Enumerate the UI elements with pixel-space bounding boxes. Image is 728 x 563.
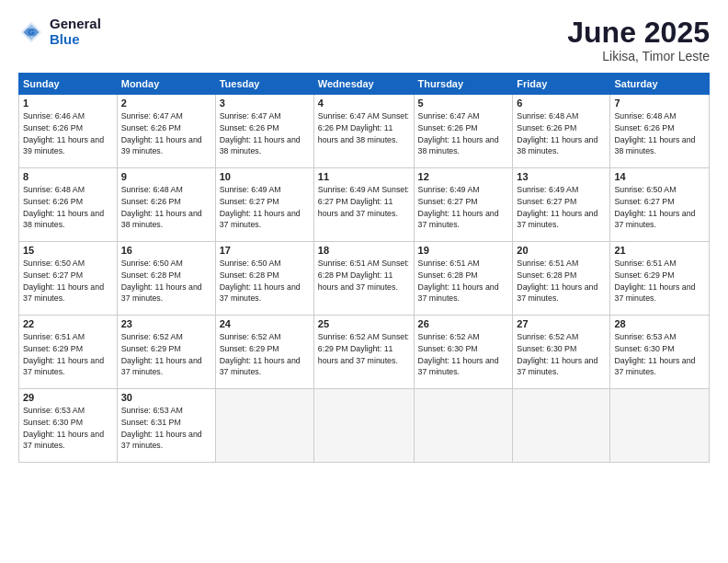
header-row: Sunday Monday Tuesday Wednesday Thursday… — [19, 74, 710, 95]
col-monday: Monday — [117, 74, 215, 95]
day-info: Sunrise: 6:52 AM Sunset: 6:30 PM Dayligh… — [418, 331, 509, 378]
table-row: 10Sunrise: 6:49 AM Sunset: 6:27 PM Dayli… — [215, 168, 313, 242]
col-sunday: Sunday — [19, 74, 118, 95]
col-wednesday: Wednesday — [313, 74, 414, 95]
table-row: 14Sunrise: 6:50 AM Sunset: 6:27 PM Dayli… — [610, 168, 710, 242]
table-row: 26Sunrise: 6:52 AM Sunset: 6:30 PM Dayli… — [414, 316, 513, 389]
day-number: 28 — [614, 318, 705, 329]
day-info: Sunrise: 6:53 AM Sunset: 6:31 PM Dayligh… — [121, 405, 211, 452]
table-row — [513, 389, 610, 463]
day-info: Sunrise: 6:51 AM Sunset: 6:29 PM Dayligh… — [23, 331, 113, 378]
table-row: 28Sunrise: 6:53 AM Sunset: 6:30 PM Dayli… — [610, 316, 710, 389]
table-row: 13Sunrise: 6:49 AM Sunset: 6:27 PM Dayli… — [513, 168, 610, 242]
day-number: 29 — [23, 392, 113, 403]
day-number: 30 — [121, 392, 211, 403]
day-info: Sunrise: 6:53 AM Sunset: 6:30 PM Dayligh… — [614, 331, 705, 378]
day-info: Sunrise: 6:51 AM Sunset: 6:29 PM Dayligh… — [614, 258, 705, 304]
day-info: Sunrise: 6:50 AM Sunset: 6:28 PM Dayligh… — [220, 258, 310, 304]
day-info: Sunrise: 6:49 AM Sunset: 6:27 PM Dayligh… — [220, 184, 310, 231]
table-row: 12Sunrise: 6:49 AM Sunset: 6:27 PM Dayli… — [414, 168, 513, 242]
day-number: 8 — [23, 171, 113, 182]
day-number: 15 — [23, 245, 113, 256]
logo: G General Blue — [18, 17, 101, 47]
table-row: 11Sunrise: 6:49 AM Sunset: 6:27 PM Dayli… — [313, 168, 414, 242]
day-info: Sunrise: 6:48 AM Sunset: 6:26 PM Dayligh… — [517, 110, 606, 157]
day-info: Sunrise: 6:51 AM Sunset: 6:28 PM Dayligh… — [418, 258, 509, 304]
col-thursday: Thursday — [414, 74, 513, 95]
day-number: 18 — [318, 245, 410, 256]
table-row: 17Sunrise: 6:50 AM Sunset: 6:28 PM Dayli… — [215, 242, 313, 316]
table-row: 3Sunrise: 6:47 AM Sunset: 6:26 PM Daylig… — [215, 95, 313, 168]
table-row: 5Sunrise: 6:47 AM Sunset: 6:26 PM Daylig… — [414, 95, 513, 168]
day-number: 21 — [614, 245, 705, 256]
day-number: 6 — [517, 98, 606, 109]
day-info: Sunrise: 6:47 AM Sunset: 6:26 PM Dayligh… — [121, 110, 211, 157]
day-number: 25 — [318, 318, 410, 329]
table-row: 22Sunrise: 6:51 AM Sunset: 6:29 PM Dayli… — [19, 316, 118, 389]
col-tuesday: Tuesday — [215, 74, 313, 95]
table-row: 23Sunrise: 6:52 AM Sunset: 6:29 PM Dayli… — [117, 316, 215, 389]
table-row: 4Sunrise: 6:47 AM Sunset: 6:26 PM Daylig… — [313, 95, 414, 168]
svg-text:G: G — [28, 27, 34, 36]
day-info: Sunrise: 6:47 AM Sunset: 6:26 PM Dayligh… — [220, 110, 310, 157]
day-number: 26 — [418, 318, 509, 329]
calendar-table: Sunday Monday Tuesday Wednesday Thursday… — [18, 73, 710, 463]
logo-icon: G — [18, 19, 44, 45]
title-block: June 2025 Likisa, Timor Leste — [567, 17, 710, 63]
table-row: 6Sunrise: 6:48 AM Sunset: 6:26 PM Daylig… — [513, 95, 610, 168]
day-number: 20 — [517, 245, 606, 256]
table-row — [313, 389, 414, 463]
day-info: Sunrise: 6:49 AM Sunset: 6:27 PM Dayligh… — [418, 184, 509, 231]
table-row: 15Sunrise: 6:50 AM Sunset: 6:27 PM Dayli… — [19, 242, 118, 316]
subtitle: Likisa, Timor Leste — [567, 49, 710, 63]
day-info: Sunrise: 6:46 AM Sunset: 6:26 PM Dayligh… — [23, 110, 113, 157]
col-saturday: Saturday — [610, 74, 710, 95]
table-row: 18Sunrise: 6:51 AM Sunset: 6:28 PM Dayli… — [313, 242, 414, 316]
table-row — [215, 389, 313, 463]
day-number: 7 — [614, 98, 705, 109]
day-number: 12 — [418, 171, 509, 182]
day-info: Sunrise: 6:48 AM Sunset: 6:26 PM Dayligh… — [23, 184, 113, 231]
day-number: 5 — [418, 98, 509, 109]
day-info: Sunrise: 6:48 AM Sunset: 6:26 PM Dayligh… — [614, 110, 705, 157]
day-number: 16 — [121, 245, 211, 256]
logo-text: General Blue — [50, 17, 101, 47]
table-row: 9Sunrise: 6:48 AM Sunset: 6:26 PM Daylig… — [117, 168, 215, 242]
day-number: 10 — [220, 171, 310, 182]
day-number: 23 — [121, 318, 211, 329]
table-row: 20Sunrise: 6:51 AM Sunset: 6:28 PM Dayli… — [513, 242, 610, 316]
day-info: Sunrise: 6:52 AM Sunset: 6:30 PM Dayligh… — [517, 331, 606, 378]
day-info: Sunrise: 6:52 AM Sunset: 6:29 PM Dayligh… — [318, 331, 410, 366]
day-info: Sunrise: 6:47 AM Sunset: 6:26 PM Dayligh… — [318, 110, 410, 145]
table-row: 19Sunrise: 6:51 AM Sunset: 6:28 PM Dayli… — [414, 242, 513, 316]
day-info: Sunrise: 6:52 AM Sunset: 6:29 PM Dayligh… — [121, 331, 211, 378]
day-number: 17 — [220, 245, 310, 256]
table-row: 8Sunrise: 6:48 AM Sunset: 6:26 PM Daylig… — [19, 168, 118, 242]
day-info: Sunrise: 6:51 AM Sunset: 6:28 PM Dayligh… — [318, 258, 410, 293]
day-number: 19 — [418, 245, 509, 256]
day-info: Sunrise: 6:48 AM Sunset: 6:26 PM Dayligh… — [121, 184, 211, 231]
day-number: 22 — [23, 318, 113, 329]
main-title: June 2025 — [567, 17, 710, 49]
day-number: 3 — [220, 98, 310, 109]
day-info: Sunrise: 6:53 AM Sunset: 6:30 PM Dayligh… — [23, 405, 113, 452]
day-info: Sunrise: 6:49 AM Sunset: 6:27 PM Dayligh… — [517, 184, 606, 231]
table-row: 27Sunrise: 6:52 AM Sunset: 6:30 PM Dayli… — [513, 316, 610, 389]
table-row: 2Sunrise: 6:47 AM Sunset: 6:26 PM Daylig… — [117, 95, 215, 168]
table-row: 30Sunrise: 6:53 AM Sunset: 6:31 PM Dayli… — [117, 389, 215, 463]
day-number: 27 — [517, 318, 606, 329]
day-number: 24 — [220, 318, 310, 329]
table-row: 21Sunrise: 6:51 AM Sunset: 6:29 PM Dayli… — [610, 242, 710, 316]
table-row: 7Sunrise: 6:48 AM Sunset: 6:26 PM Daylig… — [610, 95, 710, 168]
table-row: 16Sunrise: 6:50 AM Sunset: 6:28 PM Dayli… — [117, 242, 215, 316]
table-row: 29Sunrise: 6:53 AM Sunset: 6:30 PM Dayli… — [19, 389, 118, 463]
day-number: 2 — [121, 98, 211, 109]
header: G General Blue June 2025 Likisa, Timor L… — [18, 17, 710, 63]
table-row — [414, 389, 513, 463]
day-info: Sunrise: 6:50 AM Sunset: 6:27 PM Dayligh… — [23, 258, 113, 304]
col-friday: Friday — [513, 74, 610, 95]
table-row: 24Sunrise: 6:52 AM Sunset: 6:29 PM Dayli… — [215, 316, 313, 389]
day-number: 13 — [517, 171, 606, 182]
day-number: 9 — [121, 171, 211, 182]
day-info: Sunrise: 6:49 AM Sunset: 6:27 PM Dayligh… — [318, 184, 410, 219]
